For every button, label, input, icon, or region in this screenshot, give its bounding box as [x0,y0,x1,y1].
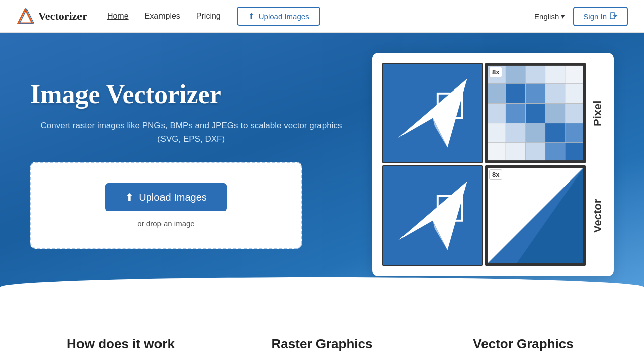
language-selector[interactable]: English ▾ [534,12,565,21]
svg-rect-23 [565,103,585,123]
vector-zoom-badge: 8x [489,169,502,180]
logo-icon [16,7,34,25]
nav-links: Home Examples Pricing ⬆ Upload Images [107,7,534,26]
hero-title: Image Vectorizer [30,80,352,109]
nav-pricing[interactable]: Pricing [196,12,221,21]
chevron-down-icon: ▾ [561,12,565,21]
hero-left: Image Vectorizer Convert raster images l… [30,80,372,249]
svg-rect-31 [525,143,545,162]
signin-button[interactable]: Sign In [573,7,628,26]
svg-rect-17 [545,83,565,103]
signin-label: Sign In [583,12,607,21]
upload-button-nav[interactable]: ⬆ Upload Images [237,7,320,26]
svg-rect-25 [506,123,525,143]
svg-rect-22 [545,103,565,123]
vector-label: Vector [588,165,608,266]
pixel-zoom-badge: 8x [489,67,502,77]
upload-icon-main: ⬆ [125,191,134,203]
drop-text: or drop an image [137,219,194,228]
logo-link[interactable]: Vectorizer [16,7,87,25]
how-it-works-col: How does it work Vectorization of raster… [30,336,211,362]
navbar-right: English ▾ Sign In [534,7,628,26]
how-it-works-title: How does it work [30,336,211,352]
svg-rect-33 [565,143,585,162]
svg-rect-13 [565,64,585,83]
raster-graphics-col: Raster Graphics A Raster graphics image … [231,336,413,362]
svg-rect-16 [525,83,545,103]
raster-graphics-title: Raster Graphics [231,336,413,352]
svg-rect-15 [506,83,525,103]
pixel-label: Pixel [588,63,608,163]
upload-icon-nav: ⬆ [248,12,255,21]
nav-examples[interactable]: Examples [145,12,180,21]
svg-rect-30 [506,143,525,162]
logo-text: Vectorizer [38,10,87,23]
language-label: English [534,12,559,21]
svg-rect-19 [486,103,506,123]
vector-original-image [382,165,483,266]
svg-rect-11 [525,64,545,83]
vector-graphics-col: Vector Graphics Vector graphics are not … [433,336,614,362]
hero-subtitle: Convert raster images like PNGs, BMPs an… [30,119,352,146]
svg-rect-12 [545,64,565,83]
svg-rect-26 [525,123,545,143]
svg-rect-18 [565,83,585,103]
upload-button-nav-label: Upload Images [259,12,309,21]
vector-zoomed-image: 8x [485,165,586,266]
upload-button-main-label: Upload Images [139,192,207,203]
hero-right: 8x [372,53,614,276]
upload-drop-zone[interactable]: ⬆ Upload Images or drop an image [30,162,302,249]
vector-graphics-title: Vector Graphics [433,336,614,352]
hero-section: Image Vectorizer Convert raster images l… [0,33,644,306]
svg-rect-24 [486,123,506,143]
upload-button-main[interactable]: ⬆ Upload Images [105,183,227,211]
svg-rect-32 [545,143,565,162]
bottom-section: How does it work Vectorization of raster… [0,306,644,362]
signin-icon [610,12,618,21]
svg-rect-27 [545,123,565,143]
svg-rect-14 [486,83,506,103]
comparison-card: 8x [372,53,614,276]
svg-rect-10 [506,64,525,83]
svg-rect-21 [525,103,545,123]
svg-rect-29 [486,143,506,162]
pixel-zoomed-image: 8x [485,63,586,163]
svg-rect-20 [506,103,525,123]
svg-rect-28 [565,123,585,143]
pixel-original-image [382,63,483,163]
nav-home[interactable]: Home [107,12,129,21]
navbar: Vectorizer Home Examples Pricing ⬆ Uploa… [0,0,644,33]
